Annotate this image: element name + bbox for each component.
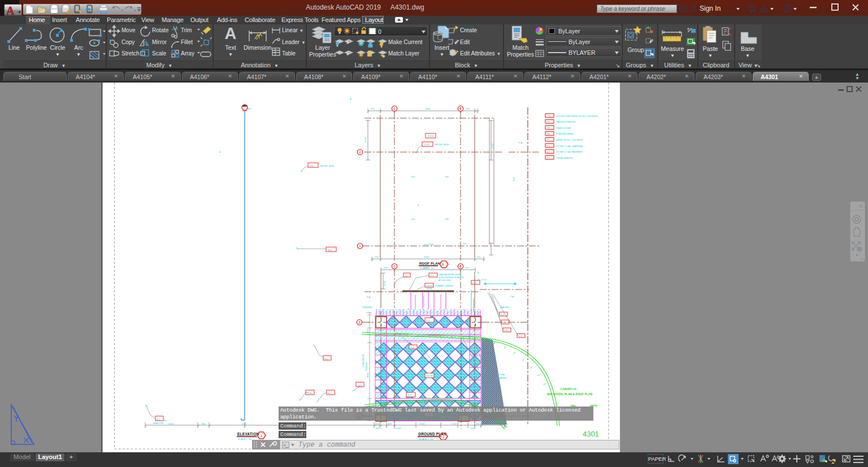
- svg-text:450: 450: [242, 422, 246, 425]
- svg-text:525: 525: [388, 422, 392, 425]
- svg-text:750: 750: [375, 256, 379, 258]
- svg-text:PEARL STONE: PEARL STONE: [556, 127, 571, 129]
- svg-text:1203: 1203: [424, 143, 429, 146]
- svg-text:150: 150: [411, 175, 415, 178]
- svg-text:P.A: P.A: [519, 141, 522, 144]
- svg-text:4500: 4500: [366, 372, 369, 378]
- svg-text:150: 150: [445, 218, 449, 220]
- svg-text:1: 1: [261, 434, 262, 438]
- svg-text:S-2: S-2: [324, 357, 328, 360]
- svg-text:PAINTED PLASTER: PAINTED PLASTER: [556, 121, 576, 123]
- svg-text:905: 905: [328, 249, 332, 252]
- svg-text:975: 975: [466, 107, 470, 110]
- svg-text:S-2: S-2: [546, 151, 550, 153]
- svg-text:A: A: [6, 5, 15, 16]
- svg-text:S-1: S-1: [430, 274, 434, 277]
- svg-text:3: 3: [442, 263, 444, 266]
- svg-text:AT ROOMS: AT ROOMS: [439, 279, 451, 282]
- svg-text:2: 2: [442, 435, 444, 439]
- svg-text:P.A: P.A: [546, 133, 550, 135]
- svg-text:CULVERTURE REINFORCED CONCRETE: CULVERTURE REINFORCED CONCRETE: [556, 115, 598, 118]
- svg-text:4505D: 4505D: [426, 374, 433, 377]
- svg-text:CHINA GRANITE: CHINA GRANITE: [556, 157, 573, 159]
- svg-text:S-1: S-1: [518, 335, 522, 338]
- svg-text:S-2: S-2: [501, 313, 505, 316]
- svg-text:SHADOW: SHADOW: [153, 422, 163, 425]
- svg-text:S-3: S-3: [472, 282, 476, 284]
- svg-text:?: ?: [785, 6, 789, 12]
- svg-text:GUTTER: GUTTER: [424, 243, 433, 246]
- svg-text:5450: 5450: [424, 256, 429, 258]
- svg-text:150: 150: [445, 175, 449, 178]
- svg-text:PLANTING AREA: PLANTING AREA: [556, 133, 574, 135]
- svg-text:4505D: 4505D: [426, 284, 433, 287]
- svg-text:525: 525: [452, 422, 457, 425]
- svg-text:S-2: S-2: [426, 319, 430, 322]
- svg-text:300: 300: [201, 422, 206, 425]
- svg-text:4301: 4301: [583, 430, 599, 438]
- svg-text:ROOF PLAN: ROOF PLAN: [419, 262, 440, 265]
- svg-text:P.A: P.A: [510, 295, 514, 298]
- svg-text:FRONT SIDE: FRONT SIDE: [320, 165, 334, 167]
- svg-text:CONCRETE: CONCRETE: [362, 354, 364, 367]
- svg-text:(WATER): (WATER): [362, 306, 372, 309]
- svg-text:450: 450: [513, 177, 515, 181]
- svg-text:150: 150: [470, 427, 475, 430]
- svg-text:1601: 1601: [357, 384, 363, 387]
- svg-text:PPL: PPL: [504, 329, 509, 332]
- svg-text:CANOPY #1: CANOPY #1: [561, 387, 576, 391]
- svg-text:P.A: P.A: [367, 296, 370, 299]
- svg-text:975: 975: [465, 266, 469, 269]
- svg-text:2250: 2250: [419, 422, 425, 425]
- svg-text:STONE LOCAL SHANGHAI: STONE LOCAL SHANGHAI: [556, 145, 583, 148]
- svg-text:S-2: S-2: [157, 418, 160, 421]
- svg-text:150: 150: [411, 218, 415, 220]
- svg-text:450: 450: [366, 328, 369, 332]
- svg-text:ELEVATION: ELEVATION: [237, 432, 259, 436]
- svg-text:450: 450: [476, 422, 480, 425]
- svg-text:4505D: 4505D: [427, 135, 434, 137]
- svg-text:150: 150: [375, 427, 380, 430]
- svg-text:RC: RC: [546, 139, 550, 141]
- svg-text:2: 2: [359, 321, 361, 324]
- svg-text:2450: 2450: [364, 137, 367, 142]
- svg-text:2: 2: [359, 150, 361, 154]
- svg-text:Sign In: Sign In: [700, 5, 721, 12]
- svg-text:1: 1: [359, 244, 361, 248]
- svg-text:PjSL: PjSL: [307, 392, 313, 395]
- svg-text:5450: 5450: [425, 107, 431, 110]
- svg-text:750: 750: [476, 256, 481, 258]
- svg-text:S-1: S-1: [410, 346, 414, 349]
- svg-text:120?: 120?: [309, 165, 315, 167]
- svg-text:PPL: PPL: [546, 121, 550, 123]
- svg-text:S-2: S-2: [405, 274, 409, 277]
- svg-text:975: 975: [371, 107, 375, 110]
- svg-text:FLAMED FINISH: FLAMED FINISH: [435, 284, 453, 287]
- svg-text:STONE LOCAL PAVEMENT: STONE LOCAL PAVEMENT: [556, 151, 583, 153]
- svg-text:FRONT SIDE: FRONT SIDE: [435, 143, 449, 146]
- svg-text:ELEVATION, PLAN & ROOF PLAN: ELEVATION, PLAN & ROOF PLAN: [547, 392, 592, 396]
- svg-text:150: 150: [462, 242, 467, 245]
- svg-text:PLINTH: PLINTH: [365, 362, 368, 371]
- svg-text:5450: 5450: [396, 427, 401, 430]
- svg-text:S-2: S-2: [407, 394, 411, 396]
- svg-text:S-1: S-1: [328, 392, 332, 395]
- svg-text:FL+3.00: FL+3.00: [478, 278, 487, 281]
- svg-text:CRC: CRC: [546, 115, 551, 117]
- svg-text:450: 450: [375, 422, 379, 425]
- svg-text:C: C: [393, 265, 396, 268]
- svg-text:PjSL: PjSL: [546, 127, 551, 129]
- svg-text:S-1: S-1: [546, 145, 550, 147]
- svg-text:SCALE 1 : 50: SCALE 1 : 50: [238, 438, 252, 440]
- svg-text:975: 975: [384, 266, 388, 269]
- svg-text:2450: 2450: [491, 143, 494, 149]
- svg-text:450: 450: [483, 369, 486, 373]
- svg-text:S-3: S-3: [546, 157, 550, 159]
- svg-text:STONE: STONE: [497, 373, 505, 376]
- svg-text:SIGN: SIGN: [426, 287, 432, 290]
- svg-text:1200: 1200: [383, 280, 386, 286]
- svg-text:CHANGE: CHANGE: [497, 377, 507, 379]
- svg-text:4500: 4500: [168, 422, 174, 425]
- svg-text:SCALE 1 : 50: SCALE 1 : 50: [420, 267, 434, 270]
- svg-text:REINFORCED CONCRETE: REINFORCED CONCRETE: [556, 139, 583, 141]
